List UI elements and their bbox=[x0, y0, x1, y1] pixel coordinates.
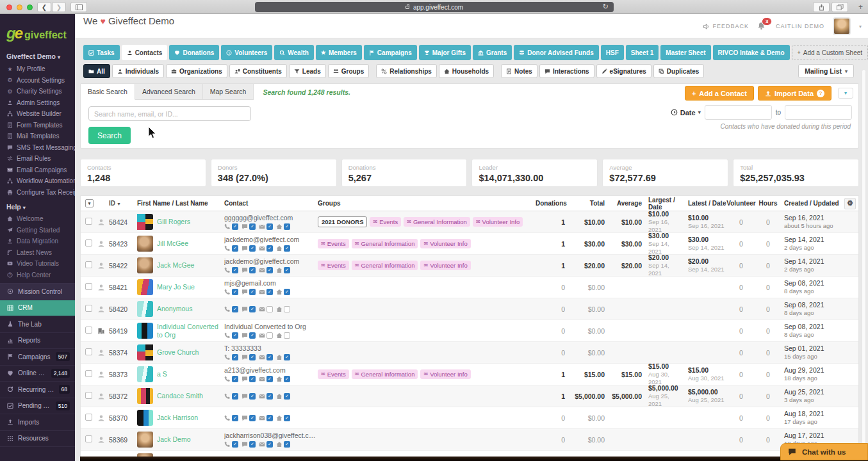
channel-checkbox[interactable]: ✓ bbox=[232, 223, 238, 230]
sidebar-item-email-rules[interactable]: Email Rules bbox=[0, 153, 75, 165]
sidebar-item-reports[interactable]: Reports bbox=[0, 333, 75, 350]
sidebar-item-getting-started[interactable]: Getting Started bbox=[0, 225, 75, 236]
channel-checkbox[interactable]: ✓ bbox=[249, 376, 256, 382]
sheet-tab-grants[interactable]: Grants bbox=[473, 45, 512, 60]
channel-checkbox[interactable]: ✓ bbox=[249, 415, 256, 421]
chat-with-us-button[interactable]: Chat with us bbox=[780, 443, 868, 460]
table-row[interactable]: 58420Anonymous✓✓0$0.0000Sep 08, 20218 da… bbox=[81, 298, 858, 320]
channel-checkbox[interactable]: ✓ bbox=[249, 245, 256, 252]
channel-checkbox[interactable]: ✓ bbox=[266, 393, 273, 400]
user-menu-caret-icon[interactable]: ▾ bbox=[859, 24, 862, 29]
channel-checkbox[interactable]: ✓ bbox=[232, 441, 238, 448]
row-checkbox[interactable] bbox=[85, 327, 92, 334]
sidebar-item-my-profile[interactable]: ★My Profile bbox=[0, 63, 75, 75]
channel-checkbox[interactable]: ✓ bbox=[249, 354, 256, 360]
sidebar-item-the-lab[interactable]: The Lab bbox=[0, 316, 75, 333]
share-button[interactable] bbox=[813, 2, 830, 12]
entity-tab-groups[interactable]: Groups bbox=[328, 64, 370, 78]
channel-checkbox[interactable] bbox=[266, 332, 273, 339]
group-badge[interactable]: ✉Events bbox=[318, 239, 349, 248]
channel-checkbox[interactable]: ✓ bbox=[284, 354, 290, 360]
sidebar-item-mission-control[interactable]: Mission Control bbox=[0, 284, 75, 300]
sidebar-item-configure-tax-receipt[interactable]: Configure Tax Receipt bbox=[0, 187, 75, 198]
sheet-tab-donations[interactable]: Donations bbox=[169, 45, 219, 60]
channel-checkbox[interactable]: ✓ bbox=[284, 376, 290, 382]
reload-icon[interactable]: ↻ bbox=[603, 3, 609, 11]
search-input[interactable] bbox=[88, 106, 251, 121]
channel-checkbox[interactable]: ✓ bbox=[232, 306, 238, 312]
date-to-input[interactable] bbox=[785, 105, 852, 120]
entity-tab-organizations[interactable]: Organizations bbox=[166, 64, 227, 78]
group-badge[interactable]: ✉General Information bbox=[404, 217, 470, 227]
table-row[interactable]: 58372Candace Smith✓✓✓✓1$5,000.00$5,000.0… bbox=[81, 385, 858, 407]
forward-button[interactable]: ❯ bbox=[52, 2, 66, 12]
table-row[interactable]: 58422Jack McGeejackdemo@giveffect.com✓✓✓… bbox=[81, 255, 858, 277]
sidebar-toggle-button[interactable] bbox=[70, 2, 87, 12]
channel-checkbox[interactable]: ✓ bbox=[232, 289, 238, 295]
new-tab-button[interactable]: + bbox=[858, 3, 863, 12]
table-row[interactable]: 58419Individual Converted to OrgIndividu… bbox=[81, 320, 858, 342]
entity-tab-all[interactable]: All bbox=[83, 64, 110, 78]
sheet-tab-master-sheet[interactable]: Master Sheet bbox=[660, 45, 710, 60]
row-checkbox[interactable] bbox=[85, 261, 92, 268]
column-hours[interactable]: Hours bbox=[756, 200, 780, 207]
sidebar-item-video-tutorials[interactable]: Video Tutorials bbox=[0, 258, 75, 270]
minimize-window-icon[interactable] bbox=[17, 4, 22, 10]
channel-checkbox[interactable]: ✓ bbox=[266, 289, 273, 295]
entity-tab-duplicates[interactable]: Duplicates bbox=[653, 64, 705, 78]
row-checkbox[interactable] bbox=[85, 435, 92, 442]
sidebar-item-recurring-donations[interactable]: Recurring Donations68 bbox=[0, 382, 75, 398]
sidebar-item-account-settings[interactable]: ⚙Account Settings bbox=[0, 75, 75, 86]
entity-tab-individuals[interactable]: Individuals bbox=[112, 64, 164, 78]
search-button[interactable]: Search bbox=[88, 127, 131, 144]
channel-checkbox[interactable]: ✓ bbox=[249, 306, 256, 312]
row-checkbox[interactable] bbox=[85, 305, 92, 312]
channel-checkbox[interactable]: ✓ bbox=[266, 415, 273, 421]
table-row[interactable]: 58370Jack Harrison✓✓✓✓0$0.0000Aug 18, 20… bbox=[81, 407, 858, 429]
select-all-dropdown[interactable]: ▾ bbox=[81, 199, 97, 208]
channel-checkbox[interactable]: ✓ bbox=[266, 267, 273, 273]
help-question-icon[interactable]: ? bbox=[817, 90, 824, 97]
row-checkbox[interactable] bbox=[85, 218, 92, 225]
group-badge[interactable]: ✉General Information bbox=[352, 369, 418, 379]
group-badge[interactable]: ✉General Information bbox=[352, 239, 418, 248]
sidebar-item-workflow-automation[interactable]: Workflow Automation bbox=[0, 175, 75, 187]
group-badge[interactable]: ✉Volunteer Info bbox=[420, 239, 470, 248]
column-largest-date[interactable]: Largest / Date bbox=[642, 197, 684, 211]
channel-checkbox[interactable]: ✓ bbox=[249, 332, 256, 339]
sidebar-item-help-center[interactable]: ?Help Center bbox=[0, 270, 75, 281]
contact-name-link[interactable]: Jill McGee bbox=[157, 239, 188, 247]
contact-name-link[interactable]: Jack McGee bbox=[157, 261, 194, 269]
sidebar-item-online-donations[interactable]: Online Donations2,148 bbox=[0, 366, 75, 382]
sidebar-item-website-builder[interactable]: Website Builder bbox=[0, 108, 75, 120]
contact-name-link[interactable]: Grove Church bbox=[157, 348, 199, 356]
sidebar-item-mail-templates[interactable]: Mail Templates bbox=[0, 131, 75, 142]
column-contact[interactable]: Contact bbox=[224, 200, 318, 207]
entity-tab-esignatures[interactable]: eSignatures bbox=[596, 64, 651, 78]
group-badge[interactable]: ✉Volunteer Info bbox=[473, 217, 523, 227]
channel-checkbox[interactable]: ✓ bbox=[284, 223, 290, 230]
sidebar-item-admin-settings[interactable]: Admin Settings bbox=[0, 97, 75, 109]
channel-checkbox[interactable] bbox=[284, 306, 290, 312]
address-bar[interactable]: app.giveffect.com ↻ bbox=[255, 2, 614, 12]
table-row[interactable]: 58374Grove ChurchT: 33333333✓✓✓✓0$0.0000… bbox=[81, 342, 858, 364]
tab-advanced-search[interactable]: Advanced Search bbox=[135, 84, 203, 100]
sidebar-item-imports[interactable]: Imports bbox=[0, 414, 75, 431]
channel-checkbox[interactable]: ✓ bbox=[249, 441, 256, 448]
panel-options-caret[interactable]: ▾ bbox=[838, 88, 853, 99]
scrollbar[interactable] bbox=[862, 69, 866, 460]
sidebar-item-sms-text-messaging[interactable]: SMS Text Messaging bbox=[0, 142, 75, 154]
sidebar-item-charity-settings[interactable]: ⚙Charity Settings bbox=[0, 86, 75, 97]
row-checkbox[interactable] bbox=[85, 283, 92, 290]
sidebar-item-resources[interactable]: Resources bbox=[0, 431, 75, 448]
channel-checkbox[interactable]: ✓ bbox=[266, 223, 273, 230]
group-badge[interactable]: ✉Volunteer Info bbox=[420, 369, 470, 379]
sheet-tab-members[interactable]: ★Members bbox=[316, 45, 362, 60]
table-row[interactable]: 58421Mary Jo Suemjs@gemail.com✓✓✓✓0$0.00… bbox=[81, 277, 858, 298]
sheet-tab-volunteers[interactable]: Volunteers bbox=[221, 45, 272, 60]
row-checkbox[interactable] bbox=[85, 370, 92, 377]
sidebar-item-data-migration[interactable]: Data Migration bbox=[0, 236, 75, 247]
mailing-list-button[interactable]: Mailing List▾ bbox=[798, 64, 854, 78]
sidebar-item-latest-news[interactable]: Latest News bbox=[0, 247, 75, 259]
row-checkbox[interactable] bbox=[85, 414, 92, 421]
